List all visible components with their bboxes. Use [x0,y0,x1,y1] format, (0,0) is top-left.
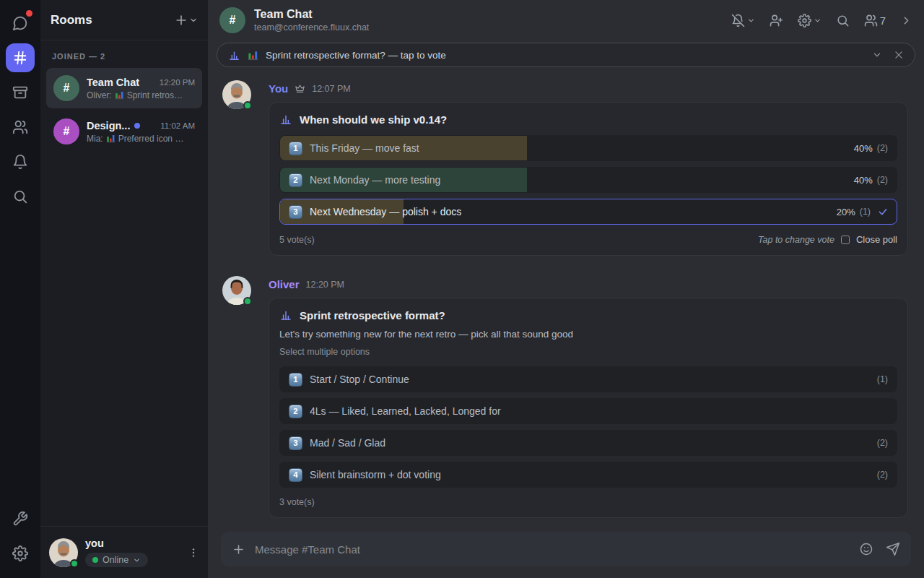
chat-header: # Team Chat team@conference.fluux.chat [208,0,924,40]
option-label: 4Ls — Liked, Learned, Lacked, Longed for [310,405,501,417]
message-input[interactable] [255,543,850,556]
message-you: You 12:07 PM When should we ship v0.14? [222,80,908,256]
gear-icon [798,14,811,27]
invite-user-button[interactable] [770,14,783,27]
keycap-4-icon: 4 [289,468,302,482]
hash-icon [12,50,28,66]
option-percent: 20% [837,207,855,217]
channel-title: Team Chat [254,8,369,21]
settings-nav-button[interactable] [6,539,35,568]
people-icon [12,119,28,135]
message-list[interactable]: You 12:07 PM When should we ship v0.14? [208,72,924,525]
expand-panel-button[interactable] [900,14,912,27]
notifications-nav-button[interactable] [6,147,35,176]
online-status-dot [243,101,252,110]
close-poll-checkbox[interactable] [841,236,850,244]
poll-emoji-icon [248,50,258,61]
sender-avatar[interactable] [222,276,251,305]
emoji-picker-button[interactable] [859,542,873,556]
option-label: Silent brainstorm + dot voting [310,469,441,480]
room-name: Design... [87,120,130,131]
poll-title: When should we ship v0.14? [300,113,447,126]
channel-address: team@conference.fluux.chat [254,22,369,33]
close-poll-label[interactable]: Close poll [856,234,897,245]
channels-nav-button[interactable] [6,43,35,72]
poll-option-3[interactable]: 3 Mad / Sad / Glad (2) [279,430,897,456]
poll-title: Sprint retrospective format? [300,309,445,322]
keycap-3-icon: 3 [289,205,302,219]
option-count: (2) [877,438,888,448]
option-count: (2) [877,143,888,153]
vote-check-icon [878,207,888,217]
chevron-down-icon [189,16,198,25]
chevron-down-icon [814,17,821,25]
chevron-right-icon [900,14,912,27]
plus-icon [174,13,188,27]
chat-main: # Team Chat team@conference.fluux.chat [208,0,924,578]
user-menu-button[interactable] [188,547,199,558]
poll-option-1[interactable]: 1 This Friday — move fast 40% (2) [279,135,897,161]
banner-close-button[interactable] [894,50,904,60]
joined-section-label: JOINED — 2 [40,40,208,68]
search-nav-button[interactable] [6,182,35,211]
wrench-icon [12,511,28,527]
poll-card-retro: Sprint retrospective format? Let's try s… [269,298,908,518]
notification-dot [26,10,32,17]
option-label: Start / Stop / Continue [310,374,409,385]
search-icon [12,189,28,204]
status-selector[interactable]: Online [85,553,148,567]
send-button[interactable] [886,542,900,556]
room-settings-button[interactable] [798,14,821,27]
sender-avatar[interactable] [222,80,251,109]
attach-button[interactable] [232,543,245,556]
poll-chart-icon [279,113,292,126]
chat-bubble-icon [12,15,28,31]
online-status-dot [70,559,79,568]
banner-collapse-button[interactable] [872,50,882,60]
poll-option-1[interactable]: 1 Start / Stop / Continue (1) [279,366,897,392]
change-vote-hint: Tap to change vote [758,235,834,245]
option-label: Next Monday — more testing [310,174,440,186]
banner-text: Sprint retrospective format? — tap to vo… [266,50,446,61]
pinned-poll-banner[interactable]: Sprint retrospective format? — tap to vo… [217,43,915,67]
keycap-1-icon: 1 [289,142,302,155]
current-user-area: you Online [40,526,208,578]
search-icon [836,14,850,27]
bell-icon [12,154,28,170]
user-plus-icon [770,14,783,27]
online-dot-icon [92,557,98,563]
poll-option-3-selected[interactable]: 3 Next Wednesday — polish + docs 20% (1) [279,199,897,225]
mute-notifications-button[interactable] [731,14,755,27]
option-percent: 40% [854,143,873,154]
members-button[interactable]: 7 [864,14,886,27]
room-preview: Oliver: Sprint retros… [87,90,195,100]
members-icon [864,14,878,27]
sender-name: Oliver [269,278,300,290]
people-nav-button[interactable] [6,113,35,142]
sender-name: You [269,82,288,95]
option-label: This Friday — move fast [310,142,419,154]
keycap-1-icon: 1 [289,373,302,387]
user-avatar[interactable] [49,538,78,567]
message-time: 12:20 PM [306,280,345,290]
online-status-dot [243,297,252,306]
chevron-down-icon [133,556,141,564]
search-messages-button[interactable] [836,14,850,27]
tools-nav-button[interactable] [6,504,35,533]
room-item-design[interactable]: # Design... 11:02 AM Mia: Preferred icon… [46,111,202,152]
option-label: Mad / Sad / Glad [310,437,385,449]
room-name: Team Chat [87,77,139,88]
poll-option-2[interactable]: 2 4Ls — Liked, Learned, Lacked, Longed f… [279,398,897,424]
poll-option-4[interactable]: 4 Silent brainstorm + dot voting (2) [279,462,897,488]
add-room-button[interactable] [174,13,198,27]
chats-nav-button[interactable] [6,9,35,38]
option-count: (2) [877,470,888,480]
message-oliver: Oliver 12:20 PM Sprint retrospective for… [222,276,908,518]
poll-mode-label: Select multiple options [279,347,897,357]
archive-nav-button[interactable] [6,78,35,107]
room-item-team-chat[interactable]: # Team Chat 12:20 PM Oliver: Sprint retr… [46,68,202,108]
rooms-header: Rooms [40,0,208,40]
archive-icon [12,85,28,100]
option-count: (1) [860,207,871,217]
poll-option-2[interactable]: 2 Next Monday — more testing 40% (2) [279,167,897,193]
